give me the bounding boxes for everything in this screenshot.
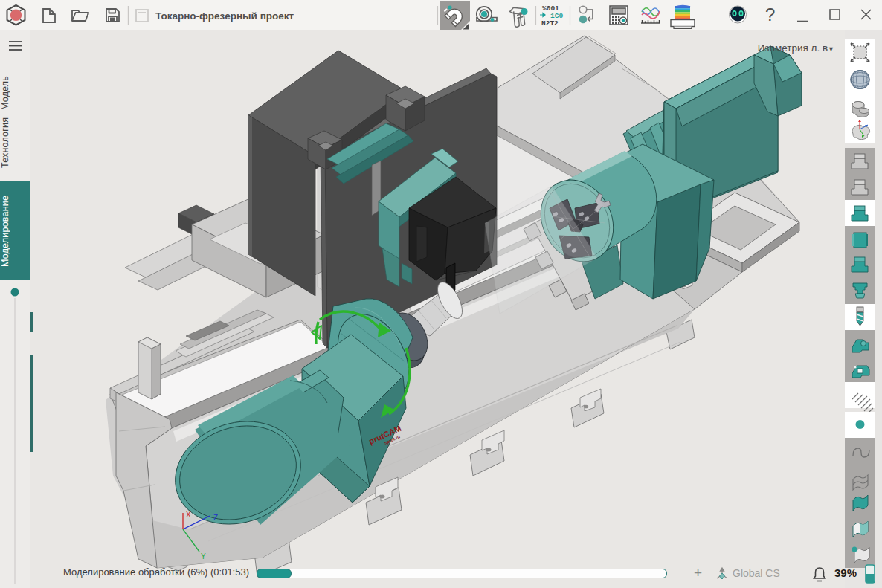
svg-text:Y: Y xyxy=(201,552,206,560)
svg-text:Токарно-фрезерный проект: Токарно-фрезерный проект xyxy=(155,10,294,22)
svg-text:N2T2: N2T2 xyxy=(541,19,559,28)
svg-text:?: ? xyxy=(765,4,775,25)
svg-text:X: X xyxy=(186,511,191,519)
svg-text:Z: Z xyxy=(213,514,218,522)
